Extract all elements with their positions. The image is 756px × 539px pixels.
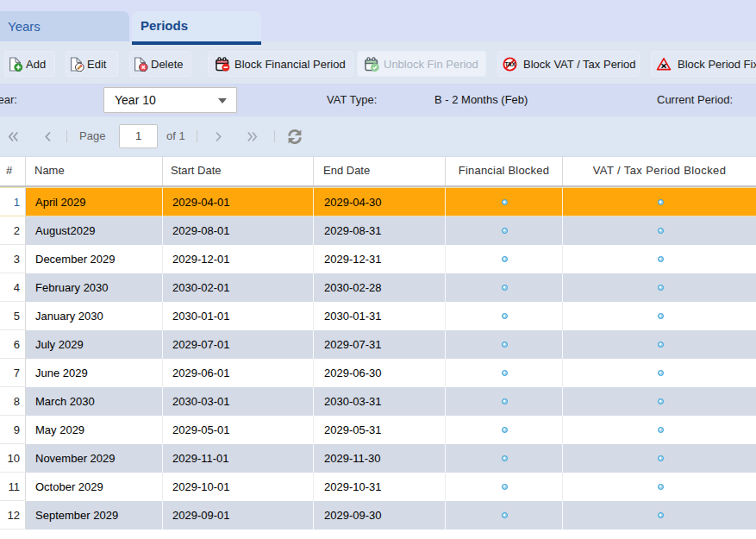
svg-text:TAX: TAX [504,61,515,67]
